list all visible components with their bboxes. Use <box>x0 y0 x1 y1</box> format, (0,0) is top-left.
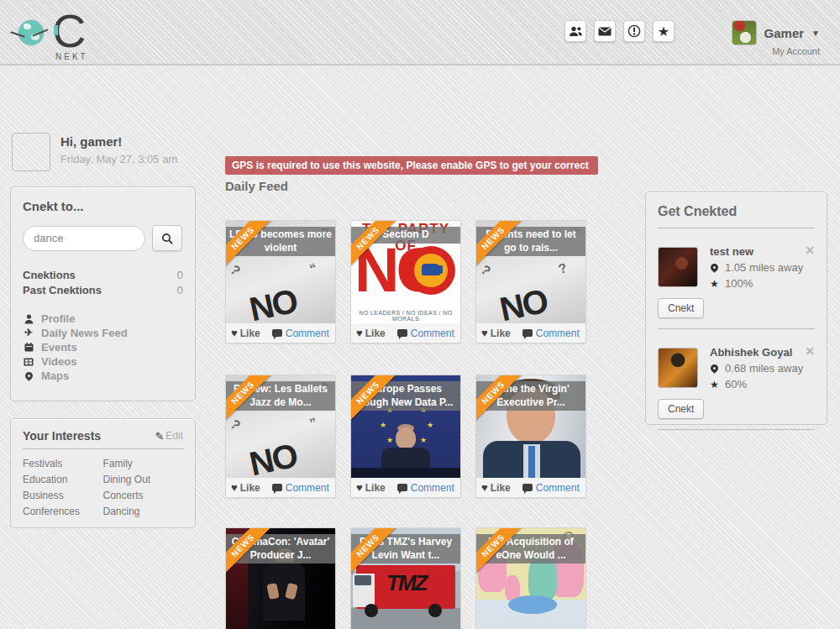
comment-icon <box>522 484 533 491</box>
sidebar-item-events[interactable]: Events <box>23 340 183 354</box>
video-icon <box>23 358 34 366</box>
close-icon[interactable]: ✕ <box>805 346 815 356</box>
news-card-grid: NO?“? NEWS LEGO becomes more violent ♥Li… <box>225 220 612 629</box>
sidebar-item-videos[interactable]: Videos <box>23 354 183 369</box>
comment-button[interactable]: Comment <box>397 482 454 494</box>
gps-alert-banner: GPS is required to use this website, Ple… <box>225 156 598 175</box>
news-card: NO?”? NEWS Review: Les Ballets Jazz de M… <box>225 375 336 498</box>
favorites-icon[interactable]: ★ <box>653 20 675 42</box>
users-icon[interactable] <box>564 20 586 42</box>
comment-button[interactable]: Comment <box>272 328 329 339</box>
comment-icon <box>397 329 407 337</box>
like-button[interactable]: ♥Like <box>231 327 260 339</box>
connection-counts: Cnektions0 Past Cnektions0 <box>23 268 183 298</box>
comment-button[interactable]: Comment <box>522 482 580 494</box>
like-button[interactable]: ♥Like <box>231 481 260 494</box>
card-image: NO?“? NEWS LEGO becomes more violent <box>226 221 335 323</box>
get-cnekted-panel: Get Cnekted ✕ test new 1.05 miles away ★… <box>645 191 827 425</box>
map-pin-icon <box>23 372 34 380</box>
close-icon[interactable]: ✕ <box>805 245 815 255</box>
datetime-text: Friday, May 27, 3:05 am <box>60 153 177 165</box>
card-image: TMZ NEWS Does TMZ's Harvey Levin Want t.… <box>351 528 460 629</box>
plane-icon: ✈ <box>23 326 34 340</box>
globe-lines <box>10 32 52 44</box>
person-avatar <box>658 348 698 388</box>
alerts-icon[interactable] <box>623 20 645 42</box>
interest-item: Dining Out <box>103 474 184 485</box>
user-menu[interactable]: Gamer ▼ <box>732 20 820 45</box>
card-image: NEWS CinemaCon: 'Avatar' Producer J... <box>226 528 335 629</box>
card-image: NO“?? NEWS Parents need to let go to rai… <box>476 221 585 323</box>
star-icon: ★ <box>710 278 719 290</box>
news-card: NO?“? NEWS LEGO becomes more violent ♥Li… <box>225 220 336 343</box>
card-image: NEWS 'Jane the Virgin' Executive Pr... <box>476 375 585 478</box>
person-name: test new <box>710 245 815 258</box>
interest-item: Family <box>103 458 184 469</box>
news-card: THE PARTY OF NO NO LEADERS / NO IDEAS / … <box>350 220 461 343</box>
cnekt-button[interactable]: Cnekt <box>658 399 704 419</box>
interests-panel: Your Interests ✎ Edit Festivals Family E… <box>10 418 196 528</box>
heart-icon: ♥ <box>356 327 363 339</box>
logo-subtext: NEKT <box>55 52 88 61</box>
interest-item: Conferences <box>23 506 103 517</box>
like-button[interactable]: ♥Like <box>356 481 386 494</box>
interest-item: Business <box>23 490 103 501</box>
comment-icon <box>272 484 282 491</box>
news-card: NEWS CinemaCon: 'Avatar' Producer J... ♥… <box>225 527 336 629</box>
cnekt-button[interactable]: Cnekt <box>658 298 704 318</box>
card-image: NO?”? NEWS Review: Les Ballets Jazz de M… <box>226 375 335 478</box>
past-cnektions-count: Past Cnektions0 <box>23 283 183 298</box>
card-image: NEWS ITV Acquisition of eOne Would ... <box>476 528 585 629</box>
top-header: C NEKT ★ Gamer ▼ My Account <box>0 0 840 66</box>
person-match: 60% <box>725 378 747 391</box>
news-card: TMZ NEWS Does TMZ's Harvey Levin Want t.… <box>350 527 461 629</box>
map-pin-icon <box>710 364 719 372</box>
interests-list: Festivals Family Education Dining Out Bu… <box>23 458 183 517</box>
page-title: Daily Feed <box>225 179 288 193</box>
comment-button[interactable]: Comment <box>272 482 329 494</box>
like-button[interactable]: ♥Like <box>481 481 511 494</box>
map-pin-icon <box>710 264 719 271</box>
person-distance: 1.05 miles away <box>725 261 803 274</box>
my-account-link[interactable]: My Account <box>772 46 820 56</box>
search-icon <box>161 233 173 244</box>
suggested-person: ✕ Abhishek Goyal 0.68 miles away ★60% Cn… <box>658 346 815 419</box>
star-icon: ★ <box>710 379 719 391</box>
cnekt-to-panel: Cnekt to... Cnektions0 Past Cnektions0 P… <box>10 186 196 401</box>
suggested-person: ✕ test new 1.05 miles away ★100% Cnekt <box>658 245 815 318</box>
username-label: Gamer <box>764 26 805 40</box>
card-image: ★★ ★★ ★★ ★★ NEWS Europe Passes Tough New… <box>351 375 460 478</box>
person-match: 100% <box>725 277 753 290</box>
logo-letter: C <box>52 3 84 58</box>
comment-button[interactable]: Comment <box>397 328 454 339</box>
edit-interests-button[interactable]: ✎ Edit <box>155 430 183 443</box>
heart-icon: ♥ <box>231 327 238 339</box>
heart-icon: ♥ <box>356 481 363 494</box>
news-card: NEWS 'Jane the Virgin' Executive Pr... ♥… <box>475 375 586 498</box>
elephant-icon <box>422 264 440 275</box>
sidebar-item-maps[interactable]: Maps <box>23 369 183 383</box>
interest-item: Concerts <box>103 490 184 501</box>
interest-item: Education <box>23 474 103 485</box>
comment-icon <box>397 484 407 491</box>
news-card: NO“?? NEWS Parents need to let go to rai… <box>475 220 586 343</box>
search-input[interactable] <box>23 226 145 251</box>
profile-avatar[interactable] <box>12 133 50 171</box>
interest-item: Festivals <box>23 458 103 469</box>
mail-icon[interactable] <box>594 20 616 42</box>
sidebar-item-profile[interactable]: Profile <box>23 312 183 326</box>
greeting-text: Hi, gamer! <box>60 134 122 149</box>
like-button[interactable]: ♥Like <box>356 327 386 339</box>
news-card: NEWS ITV Acquisition of eOne Would ... ♥… <box>475 527 586 629</box>
sidebar-item-daily-news-feed[interactable]: ✈ Daily News Feed <box>23 326 183 340</box>
news-card: ★★ ★★ ★★ ★★ NEWS Europe Passes Tough New… <box>350 375 461 498</box>
search-button[interactable] <box>152 225 182 251</box>
profile-icon <box>23 314 34 324</box>
heart-icon: ♥ <box>481 327 488 339</box>
cnekt-logo[interactable]: C NEKT <box>12 8 113 59</box>
heart-icon: ♥ <box>481 481 488 494</box>
like-button[interactable]: ♥Like <box>481 327 511 339</box>
comment-button[interactable]: Comment <box>522 328 580 339</box>
user-avatar <box>732 20 757 45</box>
sidebar-menu: Profile ✈ Daily News Feed Events Videos … <box>23 312 183 383</box>
